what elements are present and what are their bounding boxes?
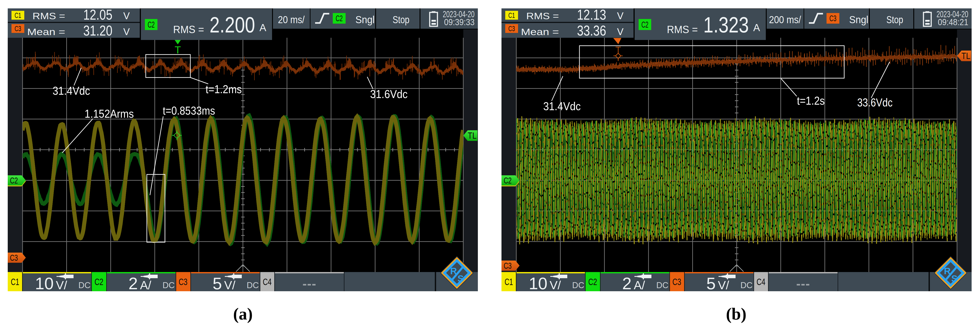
svg-text:C2: C2 bbox=[94, 277, 103, 287]
svg-text:A: A bbox=[753, 22, 760, 33]
svg-text:20 ms/: 20 ms/ bbox=[278, 14, 305, 25]
svg-text:Stop: Stop bbox=[393, 14, 409, 25]
svg-text:C4: C4 bbox=[757, 277, 765, 287]
svg-text:33.6Vdc: 33.6Vdc bbox=[857, 96, 892, 109]
svg-text:V/: V/ bbox=[56, 278, 67, 291]
svg-text:2.200: 2.200 bbox=[210, 13, 255, 37]
svg-text:C1: C1 bbox=[508, 11, 515, 19]
svg-text:5: 5 bbox=[706, 274, 716, 291]
svg-text:C3: C3 bbox=[10, 253, 18, 262]
svg-text:C2: C2 bbox=[336, 14, 343, 23]
svg-text:C3: C3 bbox=[829, 14, 837, 23]
svg-text:09:39:33: 09:39:33 bbox=[444, 17, 474, 27]
svg-text:31.20: 31.20 bbox=[83, 23, 112, 39]
svg-text:V/: V/ bbox=[718, 278, 729, 291]
svg-text:Mean =: Mean = bbox=[521, 27, 559, 37]
svg-text:C1: C1 bbox=[504, 277, 513, 287]
svg-text:V: V bbox=[617, 10, 624, 21]
svg-text:A/: A/ bbox=[140, 278, 151, 291]
svg-text:C3: C3 bbox=[508, 24, 515, 33]
svg-text:C3: C3 bbox=[672, 277, 681, 287]
svg-text:C1: C1 bbox=[11, 277, 19, 287]
svg-text:V/: V/ bbox=[224, 278, 235, 291]
svg-text:t=1.2ms: t=1.2ms bbox=[205, 83, 242, 95]
svg-text:V: V bbox=[617, 26, 624, 37]
svg-text:C2: C2 bbox=[148, 20, 155, 29]
svg-text:33.36: 33.36 bbox=[577, 23, 606, 39]
svg-text:10: 10 bbox=[35, 274, 54, 291]
svg-text:2: 2 bbox=[622, 274, 632, 291]
svg-text:C3: C3 bbox=[179, 277, 188, 287]
svg-text:R: R bbox=[944, 266, 951, 276]
svg-text:09:48:21: 09:48:21 bbox=[938, 17, 968, 27]
svg-text:C3: C3 bbox=[14, 24, 21, 33]
svg-text:C2: C2 bbox=[641, 20, 649, 29]
svg-text:DC: DC bbox=[740, 281, 752, 290]
svg-text:RMS =: RMS = bbox=[32, 11, 65, 21]
svg-text:12.05: 12.05 bbox=[83, 8, 112, 23]
svg-text:RMS =: RMS = bbox=[526, 11, 559, 21]
svg-text:DC: DC bbox=[572, 281, 584, 290]
svg-text:TL: TL bbox=[468, 131, 477, 140]
svg-text:V: V bbox=[123, 10, 130, 21]
svg-text:C1: C1 bbox=[14, 11, 21, 19]
svg-text:T: T bbox=[175, 44, 181, 56]
svg-text:12.13: 12.13 bbox=[577, 8, 606, 23]
svg-text:Sngl: Sngl bbox=[849, 14, 869, 25]
svg-text:1.152Arms: 1.152Arms bbox=[84, 107, 134, 120]
svg-text:C2: C2 bbox=[504, 176, 512, 185]
svg-text:31.4Vdc: 31.4Vdc bbox=[543, 100, 581, 113]
svg-text:t=0.8533ms: t=0.8533ms bbox=[163, 104, 215, 117]
svg-text:DC: DC bbox=[247, 281, 259, 290]
svg-text:31.4Vdc: 31.4Vdc bbox=[52, 84, 90, 97]
svg-text:A: A bbox=[259, 22, 266, 33]
svg-text:C2: C2 bbox=[10, 176, 18, 185]
svg-text:RMS =: RMS = bbox=[667, 24, 698, 35]
svg-text:C4: C4 bbox=[263, 277, 272, 287]
svg-text:R: R bbox=[450, 266, 457, 276]
svg-text:Sngl: Sngl bbox=[356, 14, 375, 25]
svg-text:V: V bbox=[123, 26, 130, 37]
svg-text:DC: DC bbox=[656, 281, 668, 290]
svg-text:TL: TL bbox=[961, 51, 970, 61]
svg-text:2: 2 bbox=[129, 274, 138, 291]
svg-text:C2: C2 bbox=[588, 277, 597, 287]
svg-text:t=1.2s: t=1.2s bbox=[797, 94, 825, 107]
svg-text:5: 5 bbox=[213, 274, 222, 291]
svg-text:DC: DC bbox=[78, 281, 91, 290]
svg-text:DC: DC bbox=[162, 281, 175, 290]
svg-text:C3: C3 bbox=[504, 261, 512, 270]
svg-text:RMS =: RMS = bbox=[173, 24, 204, 35]
svg-text:Stop: Stop bbox=[886, 14, 903, 25]
svg-text:V/: V/ bbox=[550, 278, 561, 291]
svg-text:10: 10 bbox=[529, 274, 547, 291]
svg-text:S: S bbox=[951, 273, 958, 284]
svg-text:1.323: 1.323 bbox=[703, 13, 749, 37]
svg-text:A/: A/ bbox=[634, 278, 645, 291]
svg-text:Mean =: Mean = bbox=[27, 27, 65, 37]
svg-text:S: S bbox=[458, 273, 464, 284]
svg-text:31.6Vdc: 31.6Vdc bbox=[370, 88, 407, 100]
svg-text:200 ms/: 200 ms/ bbox=[769, 14, 801, 25]
